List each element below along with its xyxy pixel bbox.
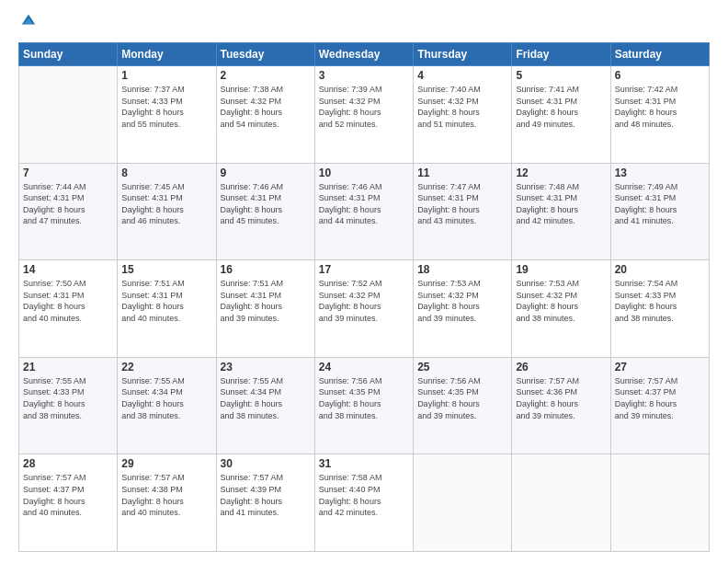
weekday-header-saturday: Saturday	[610, 43, 709, 66]
logo-icon	[20, 13, 37, 29]
day-number: 9	[221, 167, 311, 179]
day-info: Sunrise: 7:54 AM Sunset: 4:33 PM Dayligh…	[615, 278, 705, 324]
day-cell: 2Sunrise: 7:38 AM Sunset: 4:32 PM Daylig…	[216, 66, 314, 164]
day-cell: 9Sunrise: 7:46 AM Sunset: 4:31 PM Daylig…	[216, 163, 314, 260]
day-cell: 10Sunrise: 7:46 AM Sunset: 4:31 PM Dayli…	[314, 163, 413, 260]
day-cell	[19, 66, 118, 164]
day-info: Sunrise: 7:46 AM Sunset: 4:31 PM Dayligh…	[221, 181, 311, 227]
day-number: 16	[221, 263, 311, 276]
day-info: Sunrise: 7:56 AM Sunset: 4:35 PM Dayligh…	[319, 375, 409, 421]
day-info: Sunrise: 7:52 AM Sunset: 4:32 PM Dayligh…	[319, 278, 409, 324]
day-cell: 18Sunrise: 7:53 AM Sunset: 4:32 PM Dayli…	[414, 260, 512, 358]
day-number: 6	[615, 69, 705, 82]
day-number: 19	[516, 263, 606, 276]
day-cell: 6Sunrise: 7:42 AM Sunset: 4:31 PM Daylig…	[610, 66, 709, 164]
day-info: Sunrise: 7:57 AM Sunset: 4:37 PM Dayligh…	[615, 375, 705, 421]
day-info: Sunrise: 7:56 AM Sunset: 4:35 PM Dayligh…	[417, 375, 507, 421]
weekday-header-thursday: Thursday	[414, 43, 512, 66]
day-number: 24	[319, 361, 409, 373]
day-info: Sunrise: 7:57 AM Sunset: 4:39 PM Dayligh…	[221, 472, 311, 518]
day-number: 25	[417, 361, 507, 373]
day-cell: 12Sunrise: 7:48 AM Sunset: 4:31 PM Dayli…	[512, 163, 610, 260]
day-number: 29	[121, 457, 211, 470]
day-number: 1	[121, 69, 211, 82]
day-number: 7	[23, 167, 113, 179]
day-cell: 22Sunrise: 7:55 AM Sunset: 4:34 PM Dayli…	[118, 357, 216, 454]
day-info: Sunrise: 7:58 AM Sunset: 4:40 PM Dayligh…	[319, 472, 409, 518]
day-info: Sunrise: 7:47 AM Sunset: 4:31 PM Dayligh…	[417, 181, 507, 227]
day-cell: 14Sunrise: 7:50 AM Sunset: 4:31 PM Dayli…	[19, 260, 118, 358]
day-number: 4	[417, 69, 507, 82]
day-cell: 23Sunrise: 7:55 AM Sunset: 4:34 PM Dayli…	[216, 357, 314, 454]
day-cell: 21Sunrise: 7:55 AM Sunset: 4:33 PM Dayli…	[19, 357, 118, 454]
day-number: 26	[516, 361, 606, 373]
day-cell: 7Sunrise: 7:44 AM Sunset: 4:31 PM Daylig…	[19, 163, 118, 260]
day-cell: 3Sunrise: 7:39 AM Sunset: 4:32 PM Daylig…	[314, 66, 413, 164]
day-cell	[512, 454, 610, 552]
day-info: Sunrise: 7:40 AM Sunset: 4:32 PM Dayligh…	[417, 84, 507, 130]
weekday-header-sunday: Sunday	[19, 43, 118, 66]
week-row-2: 7Sunrise: 7:44 AM Sunset: 4:31 PM Daylig…	[19, 163, 710, 260]
day-cell: 19Sunrise: 7:53 AM Sunset: 4:32 PM Dayli…	[512, 260, 610, 358]
day-cell: 29Sunrise: 7:57 AM Sunset: 4:38 PM Dayli…	[118, 454, 216, 552]
day-number: 3	[319, 69, 409, 82]
week-row-4: 21Sunrise: 7:55 AM Sunset: 4:33 PM Dayli…	[19, 357, 710, 454]
day-info: Sunrise: 7:41 AM Sunset: 4:31 PM Dayligh…	[516, 84, 606, 130]
day-cell: 20Sunrise: 7:54 AM Sunset: 4:33 PM Dayli…	[610, 260, 709, 358]
weekday-header-wednesday: Wednesday	[314, 43, 413, 66]
day-cell: 28Sunrise: 7:57 AM Sunset: 4:37 PM Dayli…	[19, 454, 118, 552]
day-number: 30	[221, 457, 311, 470]
day-cell: 24Sunrise: 7:56 AM Sunset: 4:35 PM Dayli…	[314, 357, 413, 454]
day-number: 27	[615, 361, 705, 373]
day-number: 21	[23, 361, 113, 373]
day-number: 22	[121, 361, 211, 373]
day-number: 13	[615, 167, 705, 179]
day-number: 12	[516, 167, 606, 179]
day-number: 31	[319, 457, 409, 470]
day-info: Sunrise: 7:50 AM Sunset: 4:31 PM Dayligh…	[23, 278, 113, 324]
calendar-table: SundayMondayTuesdayWednesdayThursdayFrid…	[18, 42, 710, 552]
day-info: Sunrise: 7:51 AM Sunset: 4:31 PM Dayligh…	[221, 278, 311, 324]
weekday-header-monday: Monday	[118, 43, 216, 66]
day-info: Sunrise: 7:38 AM Sunset: 4:32 PM Dayligh…	[221, 84, 311, 130]
weekday-header-friday: Friday	[512, 43, 610, 66]
day-info: Sunrise: 7:37 AM Sunset: 4:33 PM Dayligh…	[121, 84, 211, 130]
day-info: Sunrise: 7:49 AM Sunset: 4:31 PM Dayligh…	[615, 181, 705, 227]
logo	[18, 15, 37, 33]
day-info: Sunrise: 7:57 AM Sunset: 4:37 PM Dayligh…	[23, 472, 113, 518]
day-cell: 15Sunrise: 7:51 AM Sunset: 4:31 PM Dayli…	[118, 260, 216, 358]
day-info: Sunrise: 7:39 AM Sunset: 4:32 PM Dayligh…	[319, 84, 409, 130]
day-cell: 31Sunrise: 7:58 AM Sunset: 4:40 PM Dayli…	[314, 454, 413, 552]
day-number: 17	[319, 263, 409, 276]
day-number: 15	[121, 263, 211, 276]
day-cell: 17Sunrise: 7:52 AM Sunset: 4:32 PM Dayli…	[314, 260, 413, 358]
day-info: Sunrise: 7:55 AM Sunset: 4:34 PM Dayligh…	[121, 375, 211, 421]
day-cell: 26Sunrise: 7:57 AM Sunset: 4:36 PM Dayli…	[512, 357, 610, 454]
day-info: Sunrise: 7:48 AM Sunset: 4:31 PM Dayligh…	[516, 181, 606, 227]
week-row-5: 28Sunrise: 7:57 AM Sunset: 4:37 PM Dayli…	[19, 454, 710, 552]
day-number: 5	[516, 69, 606, 82]
day-number: 14	[23, 263, 113, 276]
day-cell: 27Sunrise: 7:57 AM Sunset: 4:37 PM Dayli…	[610, 357, 709, 454]
day-cell: 4Sunrise: 7:40 AM Sunset: 4:32 PM Daylig…	[414, 66, 512, 164]
day-info: Sunrise: 7:46 AM Sunset: 4:31 PM Dayligh…	[319, 181, 409, 227]
day-cell: 8Sunrise: 7:45 AM Sunset: 4:31 PM Daylig…	[118, 163, 216, 260]
day-number: 20	[615, 263, 705, 276]
day-info: Sunrise: 7:57 AM Sunset: 4:36 PM Dayligh…	[516, 375, 606, 421]
weekday-header-tuesday: Tuesday	[216, 43, 314, 66]
day-info: Sunrise: 7:53 AM Sunset: 4:32 PM Dayligh…	[417, 278, 507, 324]
day-number: 2	[221, 69, 311, 82]
day-cell: 30Sunrise: 7:57 AM Sunset: 4:39 PM Dayli…	[216, 454, 314, 552]
day-cell: 5Sunrise: 7:41 AM Sunset: 4:31 PM Daylig…	[512, 66, 610, 164]
header	[18, 15, 710, 33]
day-info: Sunrise: 7:55 AM Sunset: 4:34 PM Dayligh…	[221, 375, 311, 421]
day-number: 18	[417, 263, 507, 276]
day-info: Sunrise: 7:53 AM Sunset: 4:32 PM Dayligh…	[516, 278, 606, 324]
day-info: Sunrise: 7:57 AM Sunset: 4:38 PM Dayligh…	[121, 472, 211, 518]
week-row-3: 14Sunrise: 7:50 AM Sunset: 4:31 PM Dayli…	[19, 260, 710, 358]
day-info: Sunrise: 7:44 AM Sunset: 4:31 PM Dayligh…	[23, 181, 113, 227]
day-number: 10	[319, 167, 409, 179]
page: SundayMondayTuesdayWednesdayThursdayFrid…	[0, 0, 728, 563]
day-info: Sunrise: 7:45 AM Sunset: 4:31 PM Dayligh…	[121, 181, 211, 227]
day-cell: 13Sunrise: 7:49 AM Sunset: 4:31 PM Dayli…	[610, 163, 709, 260]
